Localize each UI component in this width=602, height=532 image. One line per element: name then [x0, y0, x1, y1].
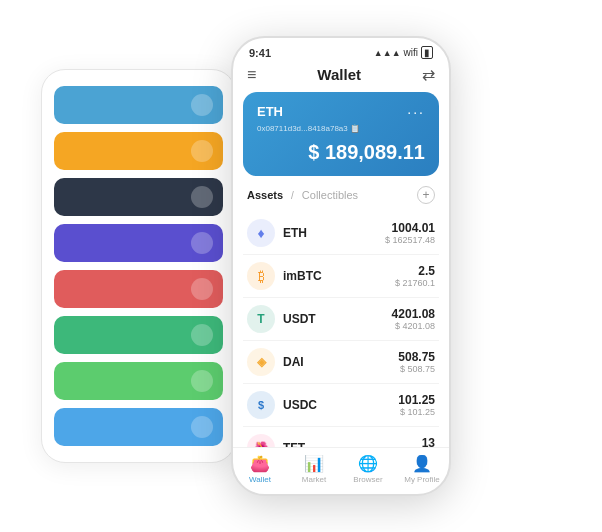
- usdc-usd: $ 101.25: [398, 407, 435, 417]
- asset-item-usdc[interactable]: $ USDC 101.25 $ 101.25: [243, 384, 439, 427]
- asset-item-usdt[interactable]: T USDT 4201.08 $ 4201.08: [243, 298, 439, 341]
- dot-blue: [191, 94, 213, 116]
- market-nav-label: Market: [302, 475, 326, 484]
- eth-amount: 1004.01: [385, 221, 435, 235]
- eth-card[interactable]: ETH ··· 0x08711d3d...8418a78a3 📋 $ 189,0…: [243, 92, 439, 176]
- asset-item-dai[interactable]: ◈ DAI 508.75 $ 508.75: [243, 341, 439, 384]
- tab-divider: /: [291, 190, 294, 201]
- stack-card-dark[interactable]: [54, 178, 223, 216]
- signal-icon: ▲▲▲: [374, 48, 401, 58]
- browser-nav-icon: 🌐: [358, 454, 378, 473]
- imbtc-usd: $ 21760.1: [395, 278, 435, 288]
- dot-green2: [191, 370, 213, 392]
- battery-icon: ▮: [421, 46, 433, 59]
- dot-bluelight: [191, 416, 213, 438]
- dai-values: 508.75 $ 508.75: [398, 350, 435, 374]
- usdt-usd: $ 4201.08: [392, 321, 435, 331]
- dot-green1: [191, 324, 213, 346]
- dot-dark: [191, 186, 213, 208]
- tft-values: 13 0: [422, 436, 435, 447]
- eth-card-top: ETH ···: [257, 104, 425, 120]
- eth-values: 1004.01 $ 162517.48: [385, 221, 435, 245]
- scan-icon[interactable]: ⇄: [422, 65, 435, 84]
- stack-card-purple[interactable]: [54, 224, 223, 262]
- page-title: Wallet: [317, 66, 361, 83]
- stack-card-green1[interactable]: [54, 316, 223, 354]
- wallet-nav-label: Wallet: [249, 475, 271, 484]
- eth-balance: $ 189,089.11: [257, 141, 425, 164]
- nav-profile[interactable]: 👤 My Profile: [395, 454, 449, 484]
- imbtc-values: 2.5 $ 21760.1: [395, 264, 435, 288]
- eth-card-label: ETH: [257, 104, 283, 119]
- wallet-nav-icon: 👛: [250, 454, 270, 473]
- phone-frame: 9:41 ▲▲▲ wifi ▮ ≡ Wallet ⇄ ETH ··· 0x087…: [231, 36, 451, 496]
- assets-tabs: Assets / Collectibles: [247, 189, 358, 201]
- status-bar: 9:41 ▲▲▲ wifi ▮: [233, 38, 449, 63]
- stack-card-orange[interactable]: [54, 132, 223, 170]
- dai-icon: ◈: [247, 348, 275, 376]
- usdc-amount: 101.25: [398, 393, 435, 407]
- dot-red: [191, 278, 213, 300]
- imbtc-name: imBTC: [283, 269, 395, 283]
- stack-card-bluelight[interactable]: [54, 408, 223, 446]
- nav-wallet[interactable]: 👛 Wallet: [233, 454, 287, 484]
- tab-assets[interactable]: Assets: [247, 189, 283, 201]
- menu-icon[interactable]: ≡: [247, 67, 256, 83]
- asset-item-tft[interactable]: 🌺 TFT 13 0: [243, 427, 439, 447]
- asset-item-eth[interactable]: ♦ ETH 1004.01 $ 162517.48: [243, 212, 439, 255]
- add-asset-button[interactable]: +: [417, 186, 435, 204]
- card-stack: [41, 69, 236, 463]
- usdt-amount: 4201.08: [392, 307, 435, 321]
- browser-nav-label: Browser: [353, 475, 382, 484]
- nav-browser[interactable]: 🌐 Browser: [341, 454, 395, 484]
- imbtc-icon: ₿: [247, 262, 275, 290]
- eth-name: ETH: [283, 226, 385, 240]
- tft-icon: 🌺: [247, 434, 275, 447]
- stack-card-blue[interactable]: [54, 86, 223, 124]
- usdc-values: 101.25 $ 101.25: [398, 393, 435, 417]
- phone-header: ≡ Wallet ⇄: [233, 63, 449, 92]
- eth-icon: ♦: [247, 219, 275, 247]
- stack-card-red[interactable]: [54, 270, 223, 308]
- tft-amount: 13: [422, 436, 435, 447]
- eth-card-menu[interactable]: ···: [407, 104, 425, 120]
- eth-address: 0x08711d3d...8418a78a3 📋: [257, 124, 425, 133]
- usdc-name: USDC: [283, 398, 398, 412]
- dai-usd: $ 508.75: [398, 364, 435, 374]
- bottom-nav: 👛 Wallet 📊 Market 🌐 Browser 👤 My Profile: [233, 447, 449, 494]
- asset-item-imbtc[interactable]: ₿ imBTC 2.5 $ 21760.1: [243, 255, 439, 298]
- wifi-icon: wifi: [404, 47, 418, 58]
- usdt-icon: T: [247, 305, 275, 333]
- dot-orange: [191, 140, 213, 162]
- usdt-name: USDT: [283, 312, 392, 326]
- stack-card-green2[interactable]: [54, 362, 223, 400]
- profile-nav-label: My Profile: [404, 475, 440, 484]
- scene: 9:41 ▲▲▲ wifi ▮ ≡ Wallet ⇄ ETH ··· 0x087…: [21, 16, 581, 516]
- asset-list: ♦ ETH 1004.01 $ 162517.48 ₿ imBTC 2.5 $ …: [233, 212, 449, 447]
- nav-market[interactable]: 📊 Market: [287, 454, 341, 484]
- dai-name: DAI: [283, 355, 398, 369]
- dai-amount: 508.75: [398, 350, 435, 364]
- assets-header: Assets / Collectibles +: [233, 186, 449, 212]
- dot-purple: [191, 232, 213, 254]
- market-nav-icon: 📊: [304, 454, 324, 473]
- profile-nav-icon: 👤: [412, 454, 432, 473]
- usdc-icon: $: [247, 391, 275, 419]
- usdt-values: 4201.08 $ 4201.08: [392, 307, 435, 331]
- tab-collectibles[interactable]: Collectibles: [302, 189, 358, 201]
- status-time: 9:41: [249, 47, 271, 59]
- eth-usd: $ 162517.48: [385, 235, 435, 245]
- status-icons: ▲▲▲ wifi ▮: [374, 46, 433, 59]
- imbtc-amount: 2.5: [395, 264, 435, 278]
